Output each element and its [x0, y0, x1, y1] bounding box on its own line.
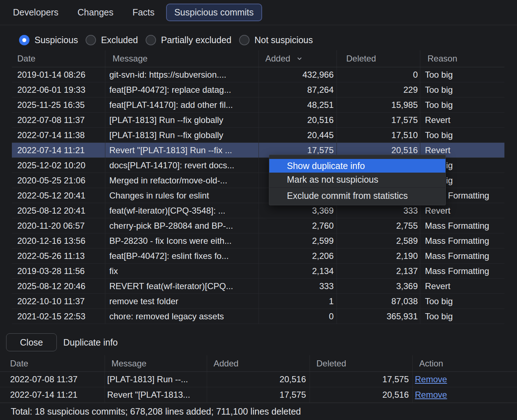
column-header-message[interactable]: Message [105, 50, 259, 67]
cell-message: remove test folder [105, 294, 259, 309]
tab-suspicious-commits[interactable]: Suspicious commits [166, 4, 262, 21]
radio-not-suspicious[interactable]: Not suspicious [239, 35, 313, 45]
cell-added: 432,966 [259, 67, 337, 82]
column-header-deleted[interactable]: Deleted [337, 50, 420, 67]
cell-added: 87,264 [259, 82, 337, 97]
suspicious-commits-screen: Developers Changes Facts Suspicious comm… [0, 0, 517, 420]
cell-date: 2022-07-14 11:21 [12, 143, 105, 158]
tab-bar: Developers Changes Facts Suspicious comm… [0, 0, 517, 25]
cell-deleted: 15,985 [337, 97, 420, 112]
column-header-added: Added [207, 355, 310, 371]
table-row[interactable]: 2019-01-14 08:26 git-svn-id: https://sub… [12, 67, 504, 82]
cell-deleted: 2,190 [337, 248, 420, 263]
cell-reason: Too big [420, 97, 504, 112]
table-row[interactable]: 2022-07-14 11:38 [PLAT-1813] Run --fix g… [12, 128, 504, 143]
cell-deleted: 17,510 [337, 128, 420, 142]
cell-reason: Mass Formatting [420, 264, 504, 278]
cell-message: git-svn-id: https://subversion.... [105, 67, 259, 82]
remove-link[interactable]: Remove [415, 374, 447, 384]
duplicate-info-title: Duplicate info [63, 333, 118, 351]
cell-added: 20,516 [259, 113, 337, 127]
cell-deleted: 2,137 [337, 264, 420, 278]
cell-date: 2022-07-14 11:21 [0, 387, 105, 402]
radio-suspicious[interactable]: Suspicious [19, 35, 78, 45]
cell-message: fix [105, 264, 259, 278]
cell-reason: Revert [420, 279, 504, 293]
table-row[interactable]: 2020-11-20 06:57 cherry-pick BP-28084 an… [12, 218, 504, 233]
cell-deleted: 17,575 [337, 113, 420, 127]
cell-message: Merged in refactor/move-old-... [105, 173, 259, 188]
cell-date: 2019-03-28 11:56 [12, 264, 105, 278]
table-row[interactable]: 2022-07-08 11:37 [PLAT-1813] Run --fix g… [12, 113, 504, 128]
cell-deleted: 17,575 [310, 372, 413, 387]
cell-deleted: 2,589 [337, 233, 420, 248]
cell-action: Remove [413, 372, 517, 387]
cell-reason: Revert [420, 113, 504, 127]
cell-message: Revert "[PLAT-1813] Run --fix ... [105, 143, 259, 158]
commits-table-header: Date Message Added Deleted Reason [12, 50, 504, 67]
cell-date: 2025-11-25 16:35 [12, 97, 105, 112]
table-row[interactable]: 2022-10-10 11:37 remove test folder 1 87… [12, 294, 504, 309]
cell-date: 2022-07-08 11:37 [12, 113, 105, 127]
cell-deleted: 3,369 [337, 279, 420, 293]
cell-message: REVERT feat(wf-iterator)[CPQ... [105, 279, 259, 293]
table-row[interactable]: 2021-02-15 22:53 chore: removed legacy a… [12, 309, 504, 324]
cell-reason: Mass Formatting [420, 233, 504, 248]
cell-date: 2025-12-02 10:20 [12, 158, 105, 173]
cell-date: 2022-06-01 19:33 [12, 82, 105, 97]
cell-date: 2025-08-12 20:41 [12, 203, 105, 218]
cell-message: Revert "[PLAT-1813... [105, 387, 207, 402]
cell-deleted: 0 [337, 67, 420, 82]
radio-label: Suspicious [35, 35, 78, 45]
cell-message: cherry-pick BP-28084 and BP-... [105, 218, 259, 233]
cell-message: [PLAT-1813] Run --fix globally [105, 113, 259, 127]
cell-added: 2,134 [259, 264, 337, 278]
table-row[interactable]: 2019-03-28 11:56 fix 2,134 2,137 Mass Fo… [12, 264, 504, 279]
cell-deleted: 333 [337, 203, 420, 218]
table-row[interactable]: 2025-11-25 16:35 feat[PLAT-14170]: add o… [12, 97, 504, 113]
cell-added: 3,369 [259, 203, 337, 218]
close-button[interactable]: Close [6, 333, 57, 351]
cell-reason: Too big [420, 294, 504, 309]
cell-added: 2,599 [259, 233, 337, 248]
table-row[interactable]: 2022-05-26 11:13 feat[BP-40472]: eslint … [12, 248, 504, 264]
cell-date: 2020-05-25 21:06 [12, 173, 105, 188]
cell-message: BP-28230 - fix Icons were eith... [105, 233, 259, 248]
tab-developers[interactable]: Developers [13, 7, 58, 18]
table-row[interactable]: 2022-06-01 19:33 feat[BP-40472]: replace… [12, 82, 504, 97]
table-row[interactable]: 2020-12-16 13:56 BP-28230 - fix Icons we… [12, 233, 504, 248]
context-menu: Show duplicate info Mark as not suspicio… [269, 155, 446, 205]
cell-added: 0 [259, 309, 337, 324]
cell-reason: Too big [420, 82, 504, 97]
column-header-date[interactable]: Date [12, 50, 105, 67]
menu-item-show-duplicate-info[interactable]: Show duplicate info [269, 159, 445, 173]
radio-partially-excluded[interactable]: Partially excluded [146, 35, 232, 45]
column-header-date: Date [0, 355, 105, 371]
sort-chevron-down-icon [296, 55, 303, 62]
cell-action: Remove [413, 387, 517, 402]
cell-deleted: 87,038 [337, 294, 420, 309]
radio-label: Excluded [101, 35, 138, 45]
cell-date: 2020-11-20 06:57 [12, 218, 105, 233]
column-header-reason[interactable]: Reason [420, 50, 504, 67]
cell-added: 333 [259, 279, 337, 293]
cell-deleted: 365,931 [337, 309, 420, 324]
cell-message: feat(wf-iterator)[CPQ-3548]: ... [105, 203, 259, 218]
cell-message: [PLAT-1813] Run --... [105, 372, 207, 387]
remove-link[interactable]: Remove [415, 390, 447, 400]
column-header-added[interactable]: Added [259, 50, 337, 67]
table-row: 2022-07-08 11:37 [PLAT-1813] Run --... 2… [0, 372, 517, 387]
cell-date: 2019-01-14 08:26 [12, 67, 105, 82]
menu-item-exclude-commit[interactable]: Exclude commit from statistics [269, 189, 445, 202]
column-header-deleted: Deleted [310, 355, 413, 371]
radio-excluded[interactable]: Excluded [86, 35, 138, 45]
cell-reason: Too big [420, 309, 504, 324]
column-header-action: Action [413, 355, 517, 371]
menu-item-mark-not-suspicious[interactable]: Mark as not suspicious [269, 173, 445, 186]
table-row[interactable]: 2025-08-12 20:41 feat(wf-iterator)[CPQ-3… [12, 203, 504, 218]
tab-facts[interactable]: Facts [133, 7, 155, 18]
duplicate-table-header: Date Message Added Deleted Action [0, 355, 517, 372]
radio-icon [239, 35, 250, 45]
tab-changes[interactable]: Changes [77, 7, 113, 18]
table-row[interactable]: 2025-08-12 20:46 REVERT feat(wf-iterator… [12, 279, 504, 294]
